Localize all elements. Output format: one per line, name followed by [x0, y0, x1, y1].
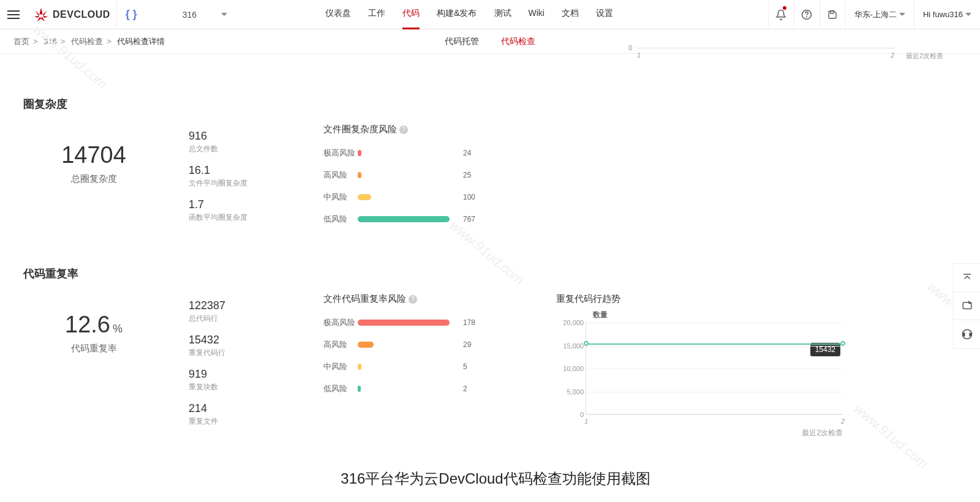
risk-row: 极高风险24 [323, 148, 532, 159]
risk-row: 高风险25 [323, 170, 532, 181]
nav-work[interactable]: 工作 [368, 0, 385, 29]
code-braces-icon[interactable]: { } [117, 8, 146, 21]
metric-item: 16.1文件平均圈复杂度 [189, 164, 299, 189]
brand-text: DEVCLOUD [53, 9, 110, 20]
axis-caption: 最近2次检查 [906, 51, 943, 61]
metric-item: 1.7函数平均圈复杂度 [189, 198, 299, 223]
metric-label: 重复块数 [189, 382, 299, 392]
metric-label: 总文件数 [189, 144, 299, 154]
risk-label: 高风险 [323, 170, 358, 181]
risk-bar [358, 386, 361, 392]
risk-count: 2 [463, 384, 467, 393]
x-tick: 2 [841, 418, 845, 425]
project-selector[interactable]: 316 [146, 10, 252, 20]
metric-value: 16.1 [189, 164, 299, 177]
metric-value: 15432 [189, 334, 299, 347]
chart-ylabel: 数量 [593, 310, 968, 320]
y-tick: 10,000 [557, 365, 584, 372]
user-menu[interactable]: Hi fuwu316 [914, 0, 980, 29]
region-selector[interactable]: 华东-上海二 [845, 0, 914, 29]
metric-item: 214重复文件 [189, 402, 299, 427]
region-label: 华东-上海二 [854, 9, 897, 20]
support-button[interactable] [954, 320, 980, 348]
metric-dup-rate: 12.6% 代码重复率 [23, 293, 164, 354]
sub-metrics-duplication: 122387总代码行 15432重复代码行 919重复块数 214重复文件 [189, 293, 299, 436]
chart-point [840, 341, 845, 346]
axis-caption: 最近2次检查 [586, 428, 843, 438]
chevron-down-icon [965, 13, 971, 16]
notifications-icon[interactable] [768, 0, 794, 29]
risk-title-text: 文件代码重复率风险 [323, 293, 406, 305]
x-tick: 1 [584, 418, 588, 425]
user-label: Hi fuwu316 [923, 10, 963, 19]
chevron-down-icon [221, 13, 227, 16]
crumb-project[interactable]: 316 [43, 37, 57, 46]
risk-title: 文件圈复杂度风险? [323, 124, 532, 135]
metric-item: 15432重复代码行 [189, 334, 299, 358]
menu-icon[interactable] [0, 14, 27, 15]
risk-chart-cyclomatic: 文件圈复杂度风险? 极高风险24高风险25中风险100低风险767 [323, 124, 532, 236]
metric-value: 14704 [23, 142, 164, 168]
risk-row: 低风险767 [323, 214, 532, 225]
metric-total-complexity: 14704 总圈复杂度 [23, 124, 164, 185]
metric-value: 919 [189, 368, 299, 381]
risk-bar [358, 216, 450, 222]
crumb-codecheck[interactable]: 代码检查 [71, 37, 103, 46]
risk-bar [358, 364, 361, 370]
brand-logo[interactable]: DEVCLOUD [27, 0, 117, 29]
scroll-top-button[interactable] [954, 264, 980, 292]
risk-count: 178 [463, 318, 475, 327]
crumb-home[interactable]: 首页 [13, 37, 29, 46]
y-tick: 20,000 [557, 319, 584, 326]
nav-test[interactable]: 测试 [494, 0, 511, 29]
project-name: 316 [183, 10, 197, 20]
risk-chart-duplication: 文件代码重复率风险? 极高风险178高风险29中风险5低风险2 [323, 293, 532, 405]
risk-title-text: 文件圈复杂度风险 [323, 124, 397, 135]
main-nav: 仪表盘 工作 代码 构建&发布 测试 Wiki 文档 设置 [325, 0, 613, 29]
risk-bar [358, 320, 450, 326]
nav-settings[interactable]: 设置 [596, 0, 613, 29]
risk-label: 中风险 [323, 361, 358, 372]
risk-row: 低风险2 [323, 383, 532, 394]
y-tick: 0 [557, 411, 584, 418]
nav-docs[interactable]: 文档 [562, 0, 579, 29]
info-icon[interactable]: ? [399, 126, 408, 134]
svg-point-1 [807, 17, 807, 17]
metric-value: 12.6 [65, 312, 110, 337]
feedback-button[interactable] [954, 292, 980, 320]
metric-item: 916总文件数 [189, 130, 299, 154]
chart-point [584, 341, 589, 346]
help-icon[interactable] [794, 0, 820, 29]
risk-count: 100 [463, 193, 475, 201]
nav-build[interactable]: 构建&发布 [437, 0, 477, 29]
risk-count: 29 [463, 340, 471, 349]
section-title-duplication: 代码重复率 [23, 266, 968, 281]
risk-count: 25 [463, 171, 471, 179]
nav-dashboard[interactable]: 仪表盘 [325, 0, 351, 29]
nav-code[interactable]: 代码 [402, 0, 420, 29]
risk-label: 极高风险 [323, 148, 358, 159]
metric-label: 重复代码行 [189, 348, 299, 358]
metric-label: 文件平均圈复杂度 [189, 178, 299, 189]
risk-label: 低风险 [323, 214, 358, 225]
risk-row: 高风险29 [323, 339, 532, 350]
page-caption: 316平台华为云DevCloud代码检查功能使用截图 [23, 469, 968, 489]
top-right: 华东-上海二 Hi fuwu316 [768, 0, 980, 29]
float-toolbar [953, 263, 980, 349]
trend-chart: 重复代码行趋势 数量 15432 05,00010,00015,00020,00… [556, 293, 968, 438]
sub-metrics-cyclomatic: 916总文件数 16.1文件平均圈复杂度 1.7函数平均圈复杂度 [189, 124, 299, 233]
nav-wiki[interactable]: Wiki [529, 0, 545, 29]
svg-rect-2 [831, 11, 834, 13]
subtab-codecheck[interactable]: 代码检查 [501, 36, 535, 47]
save-icon[interactable] [820, 0, 845, 29]
risk-label: 中风险 [323, 192, 358, 203]
section-title-cyclomatic: 圈复杂度 [23, 97, 968, 111]
risk-bar [358, 172, 361, 178]
breadcrumb: 首页> 316> 代码检查> 代码检查详情 [13, 36, 165, 47]
risk-label: 低风险 [323, 383, 358, 394]
subtab-repo[interactable]: 代码托管 [445, 36, 479, 47]
risk-bar [358, 150, 361, 156]
risk-count: 24 [463, 149, 471, 157]
info-icon[interactable]: ? [409, 295, 417, 304]
risk-label: 极高风险 [323, 317, 358, 328]
